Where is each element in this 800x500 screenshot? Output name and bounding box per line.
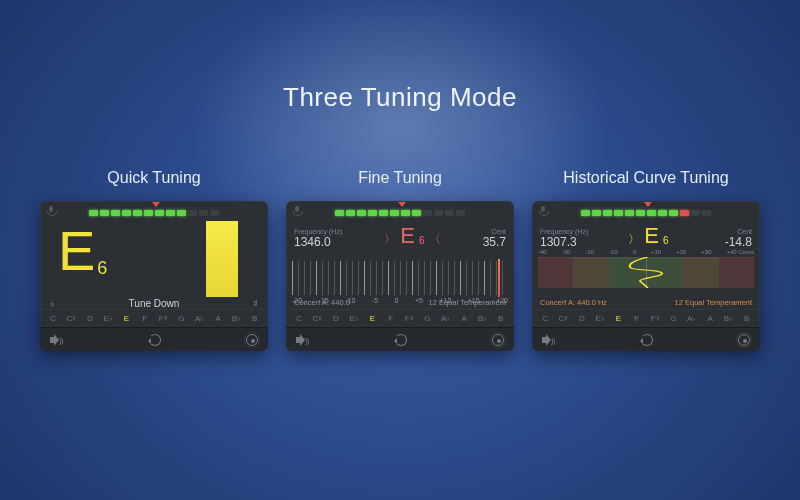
mode-cycle-icon[interactable]	[149, 334, 161, 346]
note-Fs[interactable]: F♯	[400, 314, 418, 323]
scale-tick: -20	[292, 297, 302, 304]
note-Cs[interactable]: C♯	[554, 314, 572, 323]
scale-tick: +15	[468, 297, 480, 304]
cent-needle	[498, 259, 500, 297]
hist-tick: +20	[676, 249, 686, 255]
note-B[interactable]: B	[492, 314, 510, 323]
hist-tick: -20	[585, 249, 594, 255]
tune-hint: Tune Down	[40, 298, 268, 309]
concert-a-label[interactable]: Concert A: 440.0 Hz	[540, 298, 607, 307]
cent-scale: -20-15-10-50+5+10+15+20	[292, 253, 508, 298]
note-Ab[interactable]: A♭	[191, 314, 209, 323]
scale-tick: +20	[496, 297, 508, 304]
note-Bb[interactable]: B♭	[227, 314, 245, 323]
frequency-readout: Frequency (Hz) 1346.0	[294, 228, 342, 249]
detected-note: 〉 E6 〈	[384, 223, 440, 249]
note-C[interactable]: C	[44, 314, 62, 323]
tuner-cards: Quick Tuning E6 ♭ ♯ Tune	[0, 169, 800, 351]
mic-icon	[292, 206, 302, 216]
note-Ab[interactable]: A♭	[437, 314, 455, 323]
note-E[interactable]: E	[609, 314, 627, 323]
scale-tick: 0	[395, 297, 399, 304]
hist-tick: -40	[538, 249, 547, 255]
note-Eb[interactable]: E♭	[99, 314, 117, 323]
scale-tick: -15	[319, 297, 329, 304]
scale-tick: -10	[345, 297, 355, 304]
tuner-quick: E6 ♭ ♯ Tune Down CC♯DE♭EFF♯GA♭AB♭B ))	[40, 201, 268, 351]
temperament-label[interactable]: 12 Equal Temperament	[675, 298, 752, 307]
frequency-readout: Frequency (Hz) 1307.3	[540, 228, 588, 249]
note-D[interactable]: D	[573, 314, 591, 323]
scale-tick: +10	[439, 297, 451, 304]
chevron-left-icon: 〉	[384, 231, 396, 248]
note-Ab[interactable]: A♭	[683, 314, 701, 323]
note-D[interactable]: D	[81, 314, 99, 323]
meter-pointer	[152, 202, 160, 207]
hist-tick: -30	[562, 249, 571, 255]
detected-note: 〉 E6 〈	[628, 223, 684, 249]
note-C[interactable]: C	[536, 314, 554, 323]
note-B[interactable]: B	[246, 314, 264, 323]
settings-icon[interactable]	[492, 334, 504, 346]
mode-cycle-icon[interactable]	[395, 334, 407, 346]
cent-readout: Cent 35.7	[483, 228, 506, 249]
settings-icon[interactable]	[246, 334, 258, 346]
mic-icon	[46, 206, 56, 216]
note-A[interactable]: A	[701, 314, 719, 323]
note-A[interactable]: A	[455, 314, 473, 323]
note-Fs[interactable]: F♯	[646, 314, 664, 323]
note-Bb[interactable]: B♭	[473, 314, 491, 323]
card-title-fine: Fine Tuning	[286, 169, 514, 187]
hist-tick: +40 Cents	[726, 249, 754, 255]
pitch-bar	[206, 221, 238, 297]
mic-icon	[538, 206, 548, 216]
note-G[interactable]: G	[418, 314, 436, 323]
note-E[interactable]: E	[363, 314, 381, 323]
note-strip: CC♯DE♭EFF♯GA♭AB♭B	[286, 309, 514, 327]
note-F[interactable]: F	[136, 314, 154, 323]
hist-tick: -10	[609, 249, 618, 255]
note-F[interactable]: F	[628, 314, 646, 323]
chevron-right-icon: 〈	[429, 231, 441, 248]
history-curve	[624, 257, 672, 288]
detected-note: E6	[58, 223, 105, 309]
note-Cs[interactable]: C♯	[308, 314, 326, 323]
note-strip: CC♯DE♭EFF♯GA♭AB♭B	[532, 309, 760, 327]
meter-pointer	[644, 202, 652, 207]
speaker-icon[interactable]: ))	[50, 333, 64, 347]
hist-tick: 0	[633, 249, 636, 255]
page-title: Three Tuning Mode	[0, 0, 800, 113]
history-graph: -40-30-20-100+10+20+30+40 Cents	[538, 251, 754, 298]
note-strip: CC♯DE♭EFF♯GA♭AB♭B	[40, 309, 268, 327]
note-Bb[interactable]: B♭	[719, 314, 737, 323]
note-Cs[interactable]: C♯	[62, 314, 80, 323]
note-G[interactable]: G	[664, 314, 682, 323]
note-G[interactable]: G	[172, 314, 190, 323]
settings-icon[interactable]	[738, 334, 750, 346]
note-Eb[interactable]: E♭	[591, 314, 609, 323]
hist-tick: +30	[701, 249, 711, 255]
note-C[interactable]: C	[290, 314, 308, 323]
tuner-historical: Frequency (Hz) 1307.3 〉 E6 〈 Cent -14.8 …	[532, 201, 760, 351]
note-Eb[interactable]: E♭	[345, 314, 363, 323]
scale-tick: +5	[415, 297, 423, 304]
level-meter	[532, 205, 760, 221]
speaker-icon[interactable]: ))	[542, 333, 556, 347]
scale-tick: -5	[372, 297, 378, 304]
note-A[interactable]: A	[209, 314, 227, 323]
card-title-quick: Quick Tuning	[40, 169, 268, 187]
chevron-left-icon: 〉	[628, 231, 640, 248]
hist-tick: +10	[651, 249, 661, 255]
level-meter	[286, 205, 514, 221]
note-B[interactable]: B	[738, 314, 756, 323]
note-F[interactable]: F	[382, 314, 400, 323]
note-Fs[interactable]: F♯	[154, 314, 172, 323]
meter-pointer	[398, 202, 406, 207]
tuner-fine: Frequency (Hz) 1346.0 〉 E6 〈 Cent 35.7 -…	[286, 201, 514, 351]
mode-cycle-icon[interactable]	[641, 334, 653, 346]
note-D[interactable]: D	[327, 314, 345, 323]
cent-readout: Cent -14.8	[725, 228, 752, 249]
card-title-hist: Historical Curve Tuning	[532, 169, 760, 187]
note-E[interactable]: E	[117, 314, 135, 323]
speaker-icon[interactable]: ))	[296, 333, 310, 347]
